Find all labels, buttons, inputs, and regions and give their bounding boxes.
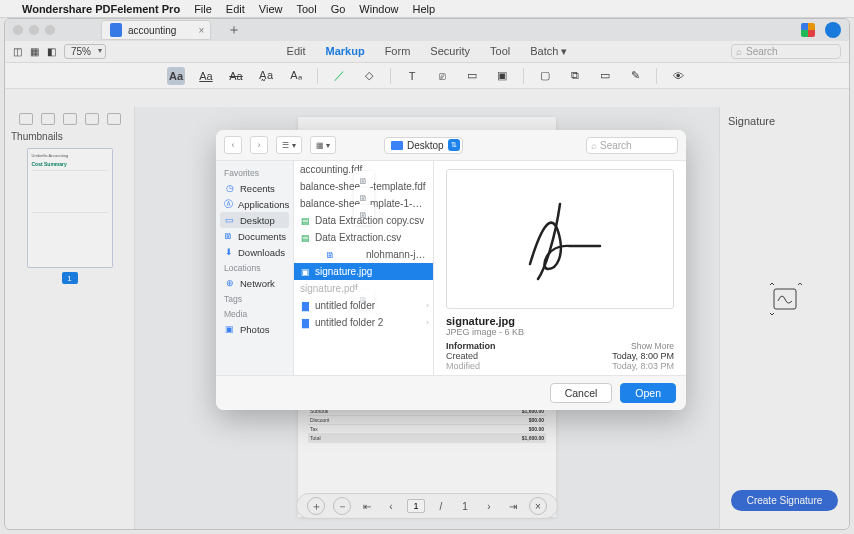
textbox-icon[interactable]: T	[403, 67, 421, 85]
thumb-tool-3[interactable]	[63, 113, 77, 125]
file-row[interactable]: ▇untitled folder›	[294, 297, 433, 314]
highlighter-icon[interactable]: ／	[330, 67, 348, 85]
file-row[interactable]: 🗎balance-shee…mplate-1-1.fdf	[294, 195, 433, 212]
tab-security[interactable]: Security	[430, 45, 470, 58]
app-search[interactable]: ⌕ Search	[731, 44, 841, 59]
page-input[interactable]	[407, 499, 425, 513]
file-icon: ▤	[300, 233, 310, 243]
tab-form[interactable]: Form	[385, 45, 411, 58]
add-tab-button[interactable]: ＋	[227, 21, 241, 39]
menu-tool[interactable]: Tool	[296, 3, 316, 15]
page-thumbnail[interactable]: Umbrella Accounting Cost Summary 1	[27, 148, 113, 284]
zoom-out-button[interactable]: －	[333, 497, 351, 515]
tab-close-icon[interactable]: ×	[199, 25, 205, 36]
thumb-tool-5[interactable]	[107, 113, 121, 125]
sidebar-recents[interactable]: ◷Recents	[216, 180, 293, 196]
shape-icon[interactable]: ▢	[536, 67, 554, 85]
markup-iconbar: Aa Aa Aa A̰a Aₐ ／ ◇ T ⎚ ▭ ▣ ▢ ⧉ ▭ ✎ 👁	[5, 63, 849, 89]
note-icon[interactable]: ▭	[463, 67, 481, 85]
sidebar-photos[interactable]: ▣Photos	[216, 321, 293, 337]
signature-icon[interactable]: ✎	[626, 67, 644, 85]
file-row[interactable]: 🗎accounting.fdf	[294, 161, 433, 178]
view-columns-button[interactable]: ☰ ▾	[276, 136, 302, 154]
folder-icon: ▇	[300, 318, 310, 328]
sidebar-desktop[interactable]: ▭Desktop	[220, 212, 289, 228]
sidebar-documents[interactable]: 🗎Documents	[216, 228, 293, 244]
area-icon[interactable]: ▣	[493, 67, 511, 85]
app-name[interactable]: Wondershare PDFelement Pro	[22, 3, 180, 15]
file-row[interactable]: ▤Data Extraction.csv	[294, 229, 433, 246]
tab-edit[interactable]: Edit	[287, 45, 306, 58]
sidebar-downloads[interactable]: ⬇Downloads	[216, 244, 293, 260]
grid-icon[interactable]: ▦	[30, 46, 39, 57]
location-selector[interactable]: Desktop ⇅	[384, 137, 463, 154]
squiggly-icon[interactable]: A̰a	[257, 67, 275, 85]
tab-markup[interactable]: Markup	[326, 45, 365, 58]
signature-illustration	[764, 277, 806, 319]
menu-help[interactable]: Help	[412, 3, 435, 15]
file-open-dialog: ‹ › ☰ ▾ ▦ ▾ Desktop ⇅ ⌕ Search Favorites…	[216, 130, 686, 410]
app-grid-icon[interactable]	[801, 23, 815, 37]
callout-icon[interactable]: ⎚	[433, 67, 451, 85]
photo-icon: ▣	[224, 324, 235, 335]
info-row: ModifiedToday, 8:03 PM	[446, 361, 674, 371]
preview-filename: signature.jpg	[446, 315, 674, 327]
clock-icon: ◷	[224, 183, 235, 194]
menu-window[interactable]: Window	[359, 3, 398, 15]
mac-menu-bar: Wondershare PDFelement Pro File Edit Vie…	[0, 0, 854, 18]
highlight-text-icon[interactable]: Aa	[167, 67, 185, 85]
nav-forward-button[interactable]: ›	[250, 136, 268, 154]
file-row-selected[interactable]: ▣signature.jpg	[294, 263, 433, 280]
file-row[interactable]: ▤Data Extraction copy.csv	[294, 212, 433, 229]
attachment-icon[interactable]: ⧉	[566, 67, 584, 85]
eraser-icon[interactable]: ◇	[360, 67, 378, 85]
signature-title: Signature	[728, 115, 775, 127]
menu-go[interactable]: Go	[331, 3, 346, 15]
thumb-tool-1[interactable]	[19, 113, 33, 125]
close-pager-button[interactable]: ×	[529, 497, 547, 515]
file-row[interactable]: 🗎balance-shee…-template.fdf	[294, 178, 433, 195]
dialog-search[interactable]: ⌕ Search	[586, 137, 678, 154]
show-more-link[interactable]: Show More	[631, 341, 674, 351]
zoom-in-button[interactable]: ＋	[307, 497, 325, 515]
preview-meta: JPEG image - 6 KB	[446, 327, 674, 337]
next-page-button[interactable]: ›	[481, 501, 497, 512]
first-page-button[interactable]: ⇤	[359, 501, 375, 512]
menu-file[interactable]: File	[194, 3, 212, 15]
file-row[interactable]: ▇untitled folder 2›	[294, 314, 433, 331]
traffic-lights[interactable]	[13, 25, 55, 35]
chevron-updown-icon: ⇅	[448, 139, 460, 151]
stamp-icon[interactable]: ▭	[596, 67, 614, 85]
create-signature-button[interactable]: Create Signature	[731, 490, 839, 511]
sidebar-toggle-icon[interactable]: ◫	[13, 46, 22, 57]
file-row[interactable]: 🗎nlohmann-json-license.txt	[294, 246, 433, 263]
tab-label: accounting	[128, 25, 176, 36]
sidebar-applications[interactable]: ⒶApplications	[216, 196, 293, 212]
thumb-tool-2[interactable]	[41, 113, 55, 125]
caret-icon[interactable]: Aₐ	[287, 67, 305, 85]
nav-back-button[interactable]: ‹	[224, 136, 242, 154]
user-avatar[interactable]	[825, 22, 841, 38]
open-button[interactable]: Open	[620, 383, 676, 403]
chevron-right-icon: ›	[426, 301, 429, 310]
document-tab[interactable]: accounting ×	[101, 20, 211, 40]
underline-icon[interactable]: Aa	[197, 67, 215, 85]
page-navigator: ＋ － ⇤ ‹ / 1 › ⇥ ×	[296, 493, 558, 519]
cancel-button[interactable]: Cancel	[550, 383, 613, 403]
menu-edit[interactable]: Edit	[226, 3, 245, 15]
last-page-button[interactable]: ⇥	[505, 501, 521, 512]
strike-icon[interactable]: Aa	[227, 67, 245, 85]
view-grid-button[interactable]: ▦ ▾	[310, 136, 336, 154]
sidebar-network[interactable]: ⊕Network	[216, 275, 293, 291]
hide-icon[interactable]: 👁	[669, 67, 687, 85]
prev-page-button[interactable]: ‹	[383, 501, 399, 512]
menu-view[interactable]: View	[259, 3, 283, 15]
layout-icon[interactable]: ◧	[47, 46, 56, 57]
tab-tool[interactable]: Tool	[490, 45, 510, 58]
file-icon: ▣	[300, 267, 310, 277]
tags-header: Tags	[216, 291, 293, 306]
file-row[interactable]: 🗎signature.pdf	[294, 280, 433, 297]
zoom-select[interactable]: 75%	[64, 44, 106, 59]
tab-batch[interactable]: Batch ▾	[530, 45, 567, 58]
thumb-tool-4[interactable]	[85, 113, 99, 125]
